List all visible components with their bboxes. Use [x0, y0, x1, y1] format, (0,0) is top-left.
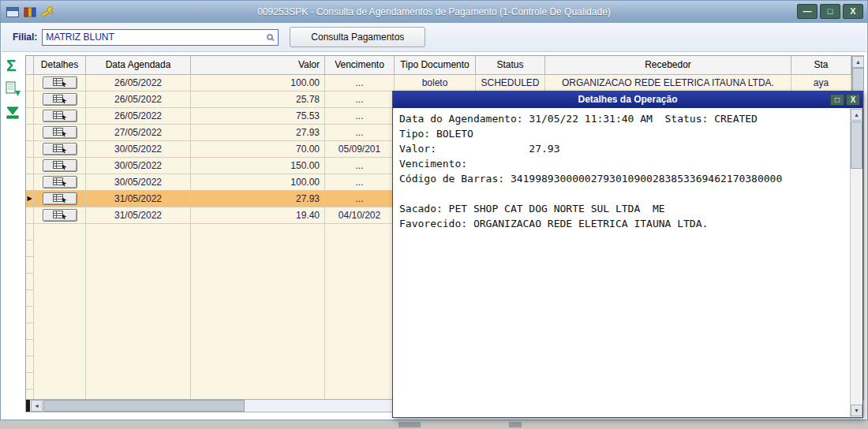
cell-vencimento: ... [325, 174, 395, 191]
detalhes-button[interactable] [43, 76, 77, 89]
dialog-line: Favorecido: ORGANIZACAO REDE ELETRICA IT… [399, 216, 847, 231]
minimize-button[interactable]: — [797, 4, 817, 19]
consulta-pagamentos-button[interactable]: Consulta Pagamentos [290, 27, 425, 47]
form-icon [6, 6, 20, 18]
dialog-scroll-up-icon[interactable]: ▲ [851, 109, 862, 121]
titlebar: 009253SPK - Consulta de Agendamentos de … [1, 1, 867, 23]
cell-detalhes [34, 174, 86, 191]
detalhes-button[interactable] [43, 126, 77, 139]
detalhes-button[interactable] [43, 143, 77, 155]
row-indicator [26, 290, 34, 307]
header-tipo-documento[interactable]: Tipo Documento [395, 56, 476, 75]
dialog-line: Valor: 27.93 [399, 141, 847, 156]
row-indicator [26, 307, 34, 323]
row-indicator [26, 323, 34, 340]
header-valor[interactable]: Valor [191, 56, 325, 75]
search-icon [267, 34, 273, 40]
window-controls: — □ X [797, 4, 863, 19]
cell-valor: 27.93 [191, 191, 325, 207]
row-indicator [26, 257, 34, 274]
cell-detalhes [34, 108, 86, 125]
scroll-up-icon[interactable]: ▲ [852, 56, 864, 68]
cell-data-agendada: 26/05/2022 [86, 108, 191, 125]
cell-vencimento: ... [325, 91, 395, 108]
titlebar-icons [1, 6, 56, 18]
row-indicator [26, 125, 34, 141]
header-sta[interactable]: Sta [791, 56, 851, 75]
dialog-body: Data do Agendamento: 31/05/22 11:31:40 A… [393, 108, 862, 417]
cell-tipo-documento: boleto [395, 75, 476, 91]
cell-vencimento: 05/09/201 [325, 141, 395, 158]
detalhes-button[interactable] [43, 93, 77, 106]
cell-sta: aya [791, 75, 851, 91]
maximize-button[interactable]: □ [820, 4, 840, 19]
window-title: 009253SPK - Consulta de Agendamentos de … [1, 6, 867, 17]
dialog-controls: □ X [830, 94, 860, 106]
dialog-line: Data do Agendamento: 31/05/22 11:31:40 A… [399, 111, 847, 126]
cell-detalhes [34, 207, 86, 224]
dialog-maximize-button[interactable]: □ [830, 94, 844, 106]
header-status[interactable]: Status [476, 56, 545, 75]
filial-label: Filial: [13, 32, 37, 43]
cell-detalhes [34, 158, 86, 174]
row-indicator [26, 274, 34, 290]
cell-vencimento: ... [325, 125, 395, 141]
table-row[interactable]: 26/05/2022 100.00 ... boleto SCHEDULED O… [26, 75, 851, 91]
header-vencimento[interactable]: Vencimento [325, 56, 395, 75]
wrench-icon [40, 6, 56, 18]
header-recebedor[interactable]: Recebedor [545, 56, 791, 75]
row-indicator [26, 340, 34, 356]
detalhes-button[interactable] [43, 159, 77, 172]
cell-data-agendada: 30/05/2022 [86, 141, 191, 158]
row-indicator [26, 241, 34, 257]
cell-valor: 100.00 [191, 75, 325, 91]
cell-vencimento: 04/10/202 [325, 207, 395, 224]
dialog-scroll-down-icon[interactable]: ▼ [851, 405, 862, 416]
header-data-agendada[interactable]: Data Agendada [86, 56, 191, 75]
dialog-line [399, 186, 847, 201]
cell-detalhes [34, 125, 86, 141]
dialog-text: Data do Agendamento: 31/05/22 11:31:40 A… [399, 111, 847, 417]
cell-data-agendada: 30/05/2022 [86, 158, 191, 174]
detalhes-button[interactable] [43, 176, 77, 188]
dialog-scrollbar[interactable]: ▲ ▼ [850, 108, 862, 417]
row-indicator [26, 207, 34, 224]
down-arrow-icon[interactable] [6, 106, 20, 123]
dialog-line: Vencimento: [399, 156, 847, 171]
detalhes-button[interactable] [43, 192, 77, 205]
row-indicator [26, 108, 34, 125]
screen: 009253SPK - Consulta de Agendamentos de … [0, 0, 868, 429]
detalhes-button[interactable] [43, 110, 77, 122]
background-window-fragment [509, 422, 522, 427]
close-button[interactable]: X [843, 4, 863, 19]
cell-detalhes [34, 191, 86, 207]
header-detalhes[interactable]: Detalhes [34, 56, 86, 75]
dialog-close-button[interactable]: X [846, 94, 860, 106]
background-window-fragment [398, 422, 421, 427]
cell-vencimento: ... [325, 191, 395, 207]
dialog-scroll-thumb[interactable] [851, 121, 862, 169]
cell-data-agendada: 30/05/2022 [86, 174, 191, 191]
cell-status: SCHEDULED [476, 75, 545, 91]
dialog-line: Tipo: BOLETO [399, 126, 847, 141]
row-indicator [26, 141, 34, 158]
scroll-left-icon[interactable]: ◄ [31, 400, 43, 412]
hscroll-thumb[interactable] [43, 400, 245, 412]
sigma-icon[interactable]: Σ [6, 56, 17, 75]
cell-detalhes [34, 91, 86, 108]
cell-data-agendada: 31/05/2022 [86, 191, 191, 207]
scrollbar-split-grip[interactable] [26, 400, 30, 412]
details-dialog: Detalhes da Operação □ X Data do Agendam… [392, 91, 863, 418]
row-indicator: ▶ [26, 191, 34, 207]
detalhes-button[interactable] [43, 209, 77, 222]
row-indicator [26, 158, 34, 174]
export-icon[interactable] [4, 81, 21, 100]
filial-input[interactable] [42, 29, 279, 46]
cell-valor: 70.00 [191, 141, 325, 158]
row-indicator [26, 356, 34, 373]
cell-valor: 19.40 [191, 207, 325, 224]
cell-data-agendada: 26/05/2022 [86, 75, 191, 91]
cell-recebedor: ORGANIZACAO REDE ELETRICA ITAUNA LTDA. [545, 75, 791, 91]
cell-vencimento: ... [325, 75, 395, 91]
cell-data-agendada: 31/05/2022 [86, 207, 191, 224]
